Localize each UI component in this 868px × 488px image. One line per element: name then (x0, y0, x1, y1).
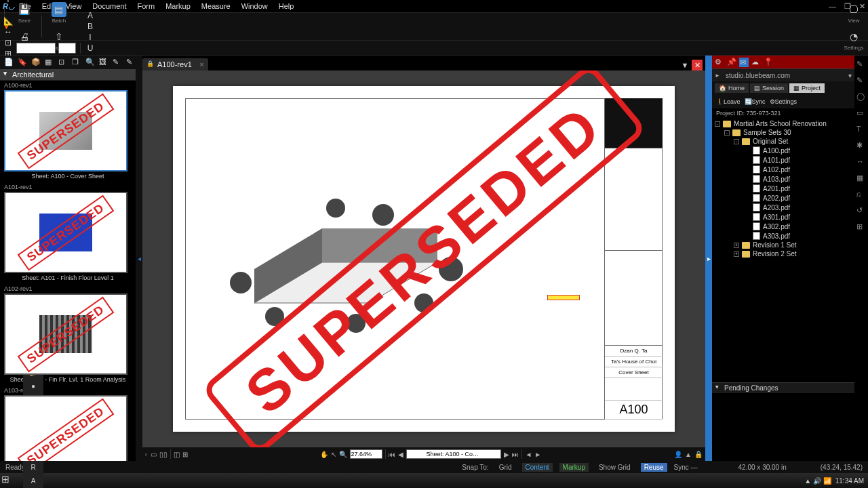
left-tab-icon[interactable]: 🖼 (99, 58, 108, 67)
session-button[interactable]: ▤Session (750, 83, 788, 93)
tree-node[interactable]: A201.pdf (715, 184, 852, 193)
project-button[interactable]: ▦Project (789, 83, 825, 93)
tree-node[interactable]: A303.pdf (715, 231, 852, 241)
lock-icon[interactable]: 🔒 (694, 451, 703, 458)
studio-server-bar[interactable]: studio.bluebeam.com ▾ (712, 69, 854, 81)
thumbnail[interactable]: A103-rev1 (4, 387, 132, 461)
tree-node[interactable]: A302.pdf (715, 222, 852, 231)
tree-node[interactable]: A203.pdf (715, 203, 852, 212)
rail-tool-icon[interactable]: ▦ (856, 174, 866, 183)
expand-icon[interactable]: - (734, 139, 739, 144)
tree-node[interactable]: -Martial Arts School Renovation (715, 119, 852, 128)
view-split-icon[interactable]: ◫ (174, 451, 180, 458)
page-nav-label[interactable]: Sheet: A100 - Cover Sheet (1 of 10) (406, 449, 501, 459)
last-page-icon[interactable]: ⏭ (512, 451, 519, 458)
snap-content-toggle[interactable]: Content (522, 463, 553, 472)
next-page-icon[interactable]: ▶ (504, 451, 509, 458)
rail-tool-icon[interactable]: ✎ (856, 60, 866, 69)
maximize-button[interactable]: ❐ (844, 2, 851, 11)
tab-close-icon[interactable]: × (199, 60, 203, 68)
tool-icon[interactable]: 📐 (3, 16, 14, 26)
system-tray[interactable]: ▲ 🔊 📶 11:34 AM (804, 477, 867, 485)
menu-window[interactable]: Window (236, 1, 273, 12)
tool-icon[interactable]: ↔ (3, 26, 14, 37)
view-side-icon[interactable]: ▯▯ (159, 451, 167, 458)
menu-help[interactable]: Help (273, 1, 300, 12)
tree-node[interactable]: A101.pdf (715, 155, 852, 165)
rail-tool-icon[interactable]: ✱ (856, 141, 866, 150)
left-tab-icon[interactable]: 🔖 (18, 58, 27, 67)
right-splitter[interactable]: ▸ (705, 56, 712, 461)
back-icon[interactable]: ◄ (525, 451, 532, 458)
menu-markup[interactable]: Markup (160, 1, 196, 12)
rail-tool-icon[interactable]: ✎ (856, 76, 866, 85)
thumbnails-list[interactable]: A100-rev1 Sheet: A100 - Cover Sheet A101… (0, 81, 136, 461)
left-splitter[interactable]: ◂ (136, 56, 142, 461)
tree-node[interactable]: A103.pdf (715, 174, 852, 184)
tree-node[interactable]: -Original Set (715, 137, 852, 146)
leave-button[interactable]: 🚶Leave (715, 98, 742, 105)
rail-tool-icon[interactable]: ↺ (856, 206, 866, 216)
rail-tool-icon[interactable]: ▭ (856, 108, 866, 118)
pin-icon[interactable]: 📌 (727, 58, 736, 67)
home-button[interactable]: 🏠Home (715, 83, 749, 93)
view-split2-icon[interactable]: ⊞ (182, 451, 188, 458)
left-tab-icon[interactable]: 📦 (31, 58, 41, 67)
studio-gear-icon[interactable]: ⚙ (715, 58, 724, 67)
rail-tool-icon[interactable]: T (856, 125, 866, 134)
tab-closeall-icon[interactable]: ✕ (692, 60, 703, 70)
opacity-small-input[interactable] (58, 43, 76, 54)
thumbnail[interactable]: A101-rev1 Sheet: A101 - Finish Floor Lev… (4, 184, 132, 281)
snap-grid-toggle[interactable]: Grid (496, 463, 515, 472)
tree-node[interactable]: +Revision 2 Set (715, 249, 852, 258)
expand-icon[interactable]: - (724, 130, 730, 136)
tree-node[interactable]: -Sample Sets 30 (715, 128, 852, 137)
thumbnail[interactable]: A102-rev1 Sheet: A102 - Fin Flr. Lvl. 1 … (4, 285, 132, 383)
save-button[interactable]: 💾Save (13, 0, 36, 26)
taskbar-app[interactable]: A (23, 474, 43, 487)
tree-node[interactable]: A301.pdf (715, 212, 852, 222)
rail-tool-icon[interactable]: ⊞ (856, 222, 866, 232)
expand-icon[interactable]: + (734, 251, 739, 257)
tool-icon[interactable]: ⊡ (3, 37, 14, 48)
close-button[interactable]: ✕ (859, 2, 865, 11)
tree-node[interactable]: A202.pdf (715, 193, 852, 203)
invite-icon[interactable]: ✉ (739, 58, 749, 67)
format-icon[interactable]: B (85, 21, 96, 32)
thumbnail[interactable]: A100-rev1 Sheet: A100 - Cover Sheet (4, 82, 132, 180)
batch-button[interactable]: ▤Batch (47, 0, 71, 26)
settings-button[interactable]: ◔Settings (842, 26, 865, 54)
left-tab-icon[interactable]: ❐ (72, 58, 81, 67)
format-icon[interactable]: U (85, 43, 96, 54)
showgrid-toggle[interactable]: Show Grid (595, 463, 634, 472)
sync-button[interactable]: 🔄Sync (743, 98, 767, 105)
tab-dropdown-icon[interactable]: ▼ (679, 60, 690, 70)
fwd-icon[interactable]: ► (534, 451, 541, 458)
pan-icon[interactable]: ✋ (320, 451, 328, 458)
view-single-icon[interactable]: ▫ (145, 451, 148, 458)
server-dropdown-icon[interactable]: ▾ (848, 72, 852, 79)
start-button[interactable]: ⊞ (1, 474, 22, 487)
menu-form[interactable]: Form (132, 1, 161, 12)
first-page-icon[interactable]: ⏮ (389, 451, 395, 458)
left-tab-icon[interactable]: ✎ (113, 58, 122, 67)
left-tab-icon[interactable]: ⊡ (58, 58, 68, 67)
select-icon[interactable]: ↖ (331, 451, 336, 458)
tree-node[interactable]: A100.pdf (715, 146, 852, 155)
left-tab-icon[interactable]: ✎ (126, 58, 136, 67)
expand-icon[interactable]: - (715, 121, 720, 127)
zoom-icon[interactable]: 🔍 (339, 451, 347, 458)
view-cont-icon[interactable]: ▭ (151, 451, 157, 458)
prev-page-icon[interactable]: ◀ (398, 451, 403, 458)
user-icon[interactable]: 👤 (674, 451, 682, 458)
page-canvas[interactable]: Dzan Q. Ta Ta's House of Choi Cover Shee… (142, 70, 705, 447)
rail-tool-icon[interactable]: ◯ (856, 92, 866, 102)
reuse-toggle[interactable]: Reuse (641, 463, 667, 472)
alert-icon[interactable]: ▲ (685, 451, 692, 458)
tree-node[interactable]: A102.pdf (715, 165, 852, 174)
tree-node[interactable]: +Revision 1 Set (715, 241, 852, 249)
pending-changes-header[interactable]: Pending Changes (712, 382, 854, 393)
minimize-button[interactable]: — (829, 2, 836, 11)
document-tab[interactable]: A100-rev1 × (142, 58, 208, 70)
pin2-icon[interactable]: 📍 (764, 58, 773, 67)
